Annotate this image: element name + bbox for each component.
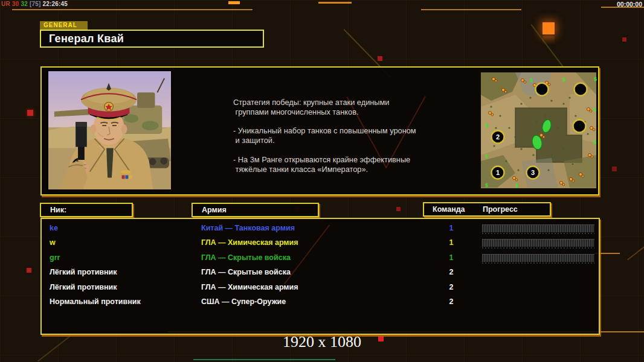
- player-team: 2: [443, 280, 460, 294]
- hud-value-2: 32: [21, 1, 28, 7]
- player-army: США — Супер-Оружие: [201, 294, 286, 309]
- start-position-number: 1: [496, 169, 500, 176]
- money-symbol-icon: $: [594, 76, 597, 82]
- money-symbol-icon: $: [515, 183, 518, 189]
- supply-pile-icon: [521, 78, 524, 81]
- tree-dot: [587, 133, 588, 135]
- player-team: 2: [443, 265, 460, 279]
- tree-dot: [550, 100, 552, 101]
- column-header-progress: Прогресс: [483, 203, 518, 215]
- start-position-marker[interactable]: [536, 83, 549, 96]
- players-panel: keКитай — Танковая армия1wГЛА — Химическ…: [40, 218, 600, 335]
- tree-dot: [517, 169, 519, 171]
- player-nick: Лёгкий противник: [50, 265, 117, 279]
- decor-square-red: [27, 110, 33, 116]
- player-nick: Лёгкий противник: [50, 280, 117, 294]
- player-progress-bar: [482, 254, 594, 262]
- loading-screen: UR3032[75]22:26:45 00:00:00 GENERAL Гене…: [0, 0, 644, 362]
- hud-clock: 22:26:45: [43, 1, 68, 7]
- start-position-number: 3: [531, 169, 535, 176]
- player-row[interactable]: Нормальный противникСША — Супер-Оружие2: [42, 294, 599, 309]
- decor-line-teal: [193, 359, 335, 360]
- player-army: ГЛА — Химическая армия: [201, 280, 298, 294]
- decor-square-red: [27, 268, 31, 273]
- tree-dot: [514, 136, 516, 138]
- start-position-marker[interactable]: [573, 120, 586, 133]
- supply-pile-icon: [582, 175, 584, 177]
- player-row[interactable]: keКитай — Танковая армия1: [42, 221, 599, 235]
- column-header-team-progress: Команда Прогресс: [423, 202, 551, 217]
- player-nick: ke: [50, 221, 58, 235]
- supply-pile-icon: [593, 129, 595, 131]
- supply-pile-icon: [543, 136, 545, 138]
- player-progress-bar: [482, 239, 594, 247]
- tree-dot: [575, 115, 576, 116]
- tree-dot: [572, 163, 573, 165]
- supply-pile-icon: [569, 177, 572, 180]
- decor-dash: [318, 2, 352, 4]
- supply-pile-icon: [590, 126, 593, 129]
- tree-dot: [495, 127, 497, 129]
- player-row[interactable]: Лёгкий противникГЛА — Химическая армия2: [42, 280, 599, 294]
- tree-dot: [562, 148, 564, 150]
- supply-pile-icon: [524, 81, 526, 83]
- decor-dash: [228, 1, 240, 4]
- decor-square-red: [396, 207, 401, 211]
- supply-pile-icon: [559, 181, 562, 184]
- tree-dot: [547, 169, 549, 171]
- supply-pile-icon: [492, 77, 495, 80]
- tree-dot: [556, 127, 558, 129]
- money-symbol-icon: $: [593, 139, 596, 145]
- player-row[interactable]: Лёгкий противникГЛА — Скрытые войска2: [42, 265, 599, 279]
- supply-pile-icon: [495, 80, 497, 82]
- supply-pile-icon: [579, 173, 582, 176]
- tree-dot: [520, 148, 522, 150]
- money-symbol-icon: $: [485, 153, 488, 159]
- decor-diagonal: [627, 237, 644, 261]
- start-position-marker[interactable]: 1: [492, 167, 504, 179]
- match-timer: 00:00:00: [617, 1, 642, 8]
- general-name: Генерал Квай: [41, 31, 263, 46]
- start-position-marker[interactable]: [575, 83, 587, 96]
- minimap-svg: $$$$$$$$$213: [479, 71, 598, 190]
- tree-dot: [550, 154, 552, 156]
- hud-value-3: [75]: [30, 1, 41, 7]
- supply-pile-icon: [491, 113, 494, 116]
- start-position-marker[interactable]: 2: [492, 131, 504, 144]
- supply-pile-icon: [548, 83, 550, 86]
- player-army: Китай — Танковая армия: [201, 221, 295, 235]
- player-team: 1: [443, 250, 460, 265]
- tree-dot: [505, 160, 507, 162]
- money-symbol-icon: $: [485, 122, 488, 129]
- tree-dot: [508, 127, 510, 129]
- money-symbol-icon: $: [562, 77, 565, 83]
- tab-general[interactable]: GENERAL: [40, 21, 88, 30]
- player-row[interactable]: grrГЛА — Скрытые войска1: [42, 250, 599, 265]
- tree-dot: [520, 103, 522, 104]
- player-nick: Нормальный противник: [50, 294, 141, 309]
- supply-pile-icon: [562, 183, 565, 186]
- player-team: 1: [443, 235, 460, 250]
- tree-dot: [532, 154, 534, 156]
- resolution-label: 1920 x 1080: [0, 333, 644, 351]
- map-preview[interactable]: $$$$$$$$$213: [479, 71, 598, 190]
- start-position-number: 2: [496, 133, 500, 141]
- tree-dot: [562, 103, 564, 104]
- column-header-army: Армия: [192, 203, 319, 217]
- player-nick: w: [50, 235, 56, 250]
- money-symbol-icon: $: [485, 182, 488, 188]
- tree-dot: [535, 121, 537, 122]
- player-row[interactable]: wГЛА — Химическая армия1: [42, 235, 599, 250]
- decor-square-red: [612, 167, 617, 171]
- start-position-marker[interactable]: 3: [527, 167, 539, 179]
- player-progress-bar: [482, 224, 594, 232]
- hud-value-1: 30: [12, 1, 19, 7]
- tree-dot: [493, 145, 495, 147]
- tree-dot: [544, 115, 546, 116]
- tree-dot: [499, 115, 501, 116]
- money-symbol-icon: $: [593, 107, 596, 113]
- money-symbol-icon: $: [530, 77, 533, 83]
- supply-pile-icon: [572, 180, 575, 182]
- player-army: ГЛА — Скрытые войска: [201, 250, 291, 265]
- supply-pile-icon: [539, 133, 543, 136]
